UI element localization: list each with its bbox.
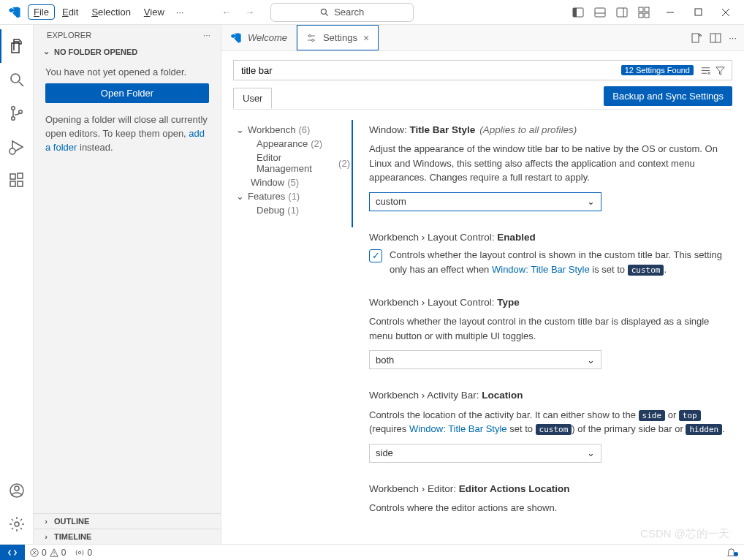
minimize-icon[interactable] bbox=[656, 1, 684, 24]
svg-rect-12 bbox=[645, 13, 649, 18]
menu-file[interactable]: FFileile bbox=[28, 4, 55, 20]
svg-rect-26 bbox=[18, 173, 23, 178]
layout-customize-icon[interactable] bbox=[634, 3, 653, 22]
svg-rect-23 bbox=[10, 174, 15, 179]
svg-rect-5 bbox=[595, 13, 605, 17]
remote-icon[interactable] bbox=[0, 545, 25, 561]
tab-close-icon[interactable]: × bbox=[363, 32, 369, 44]
chevron-down-icon: ⌄ bbox=[587, 446, 595, 461]
backup-sync-button[interactable]: Backup and Sync Settings bbox=[604, 86, 732, 106]
scope-user-tab[interactable]: User bbox=[233, 88, 272, 109]
svg-point-28 bbox=[15, 486, 19, 491]
tab-settings[interactable]: Settings × bbox=[297, 25, 379, 50]
toc-features[interactable]: ⌄Features (1) bbox=[235, 189, 350, 203]
layout-control-type-select[interactable]: both⌄ bbox=[369, 350, 601, 369]
toc-appearance[interactable]: Appearance (2) bbox=[235, 137, 350, 151]
activity-search-icon[interactable] bbox=[0, 63, 34, 97]
no-folder-header[interactable]: ⌄NO FOLDER OPENED bbox=[34, 44, 221, 59]
svg-rect-25 bbox=[18, 181, 23, 186]
toc-editor-mgmt[interactable]: Editor Management (2) bbox=[235, 151, 350, 175]
svg-rect-7 bbox=[617, 8, 627, 17]
svg-point-31 bbox=[308, 34, 311, 37]
svg-rect-10 bbox=[645, 7, 649, 12]
settings-search-input[interactable] bbox=[238, 62, 621, 79]
svg-point-0 bbox=[321, 9, 326, 14]
open-folder-button[interactable]: Open Folder bbox=[45, 83, 209, 103]
status-ports[interactable]: 0 bbox=[70, 548, 96, 558]
title-bar-style-select[interactable]: custom⌄ bbox=[369, 192, 601, 211]
activity-extensions-icon[interactable] bbox=[0, 164, 34, 197]
activity-settings-icon[interactable] bbox=[0, 507, 34, 541]
title-bar: FFileile EditEdit SelectionSelection Vie… bbox=[0, 0, 744, 25]
chevron-down-icon: ⌄ bbox=[587, 194, 595, 209]
setting-layout-control-type: Workbench › Layout Control: Type Control… bbox=[350, 292, 732, 385]
status-notifications-icon[interactable] bbox=[718, 547, 744, 558]
setting-title-bar-style: Window: Title Bar Style(Applies to all p… bbox=[352, 120, 732, 227]
link-title-bar-style[interactable]: Window: Title Bar Style bbox=[492, 264, 590, 275]
maximize-icon[interactable] bbox=[684, 1, 712, 24]
explorer-sidebar: EXPLORER ··· ⌄NO FOLDER OPENED You have … bbox=[34, 25, 221, 544]
link-title-bar-style[interactable]: Window: Title Bar Style bbox=[409, 423, 507, 434]
chevron-down-icon: ⌄ bbox=[587, 353, 595, 368]
toc-debug[interactable]: Debug (1) bbox=[235, 203, 350, 217]
no-folder-text: You have not yet opened a folder. bbox=[45, 67, 209, 77]
timeline-section[interactable]: ›TIMELINE bbox=[34, 529, 221, 544]
toc-workbench[interactable]: ⌄Workbench (6) bbox=[235, 123, 350, 137]
sidebar-title: EXPLORER bbox=[47, 31, 92, 39]
settings-toc: ⌄Workbench (6) Appearance (2) Editor Man… bbox=[221, 113, 350, 544]
layout-control-checkbox[interactable]: ✓ bbox=[369, 249, 382, 262]
layout-primary-icon[interactable] bbox=[569, 3, 588, 22]
open-settings-json-icon[interactable] bbox=[691, 32, 702, 44]
setting-layout-control-enabled: Workbench › Layout Control: Enabled ✓ Co… bbox=[350, 227, 732, 292]
settings-tab-icon bbox=[305, 32, 317, 44]
open-folder-desc: Opening a folder will close all currentl… bbox=[45, 113, 209, 155]
menu-edit[interactable]: EditEdit bbox=[56, 4, 84, 20]
activity-debug-icon[interactable] bbox=[0, 130, 34, 164]
menu-more-icon[interactable]: ··· bbox=[172, 4, 189, 20]
svg-point-19 bbox=[11, 107, 15, 110]
nav-back-icon[interactable]: ← bbox=[218, 4, 235, 21]
svg-line-1 bbox=[326, 13, 328, 15]
editor-tabs: Welcome Settings × ··· bbox=[221, 25, 744, 51]
svg-rect-14 bbox=[695, 9, 702, 15]
svg-point-17 bbox=[11, 74, 20, 83]
svg-rect-34 bbox=[692, 34, 699, 42]
svg-point-48 bbox=[79, 551, 82, 554]
layout-panel-icon[interactable] bbox=[591, 3, 610, 22]
svg-rect-3 bbox=[573, 8, 577, 17]
setting-activity-bar-location: Workbench › Activity Bar: Location Contr… bbox=[350, 385, 732, 478]
status-bar: 0 0 0 bbox=[0, 544, 744, 560]
close-icon[interactable] bbox=[712, 1, 740, 24]
tab-welcome[interactable]: Welcome bbox=[221, 25, 297, 50]
layout-secondary-icon[interactable] bbox=[612, 3, 631, 22]
nav-fwd-icon[interactable]: → bbox=[241, 4, 259, 21]
tab-more-icon[interactable]: ··· bbox=[729, 32, 737, 43]
split-editor-icon[interactable] bbox=[710, 32, 721, 44]
svg-rect-9 bbox=[639, 7, 643, 12]
svg-point-20 bbox=[11, 117, 15, 121]
activity-scm-icon[interactable] bbox=[0, 97, 34, 130]
settings-list[interactable]: Window: Title Bar Style(Applies to all p… bbox=[350, 113, 744, 544]
status-problems[interactable]: 0 0 bbox=[25, 548, 70, 558]
svg-point-29 bbox=[15, 522, 19, 526]
filter-icon[interactable] bbox=[713, 65, 727, 76]
toc-window[interactable]: Window (5) bbox=[235, 175, 350, 189]
search-placeholder: Search bbox=[334, 7, 364, 18]
activity-explorer-icon[interactable] bbox=[0, 29, 34, 63]
settings-search-box[interactable]: 12 Settings Found bbox=[233, 60, 732, 80]
sidebar-more-icon[interactable]: ··· bbox=[203, 31, 210, 39]
results-count-badge: 12 Settings Found bbox=[621, 65, 694, 75]
clear-search-icon[interactable] bbox=[698, 65, 713, 76]
menu-view[interactable]: ViewView bbox=[138, 4, 170, 20]
activity-bar bbox=[0, 25, 34, 544]
svg-point-49 bbox=[734, 552, 738, 556]
activity-bar-location-select[interactable]: side⌄ bbox=[369, 444, 601, 463]
activity-accounts-icon[interactable] bbox=[0, 474, 34, 507]
editor-area: Welcome Settings × ··· 12 Settings Found… bbox=[221, 25, 744, 544]
svg-point-33 bbox=[311, 39, 314, 41]
svg-line-18 bbox=[19, 82, 23, 86]
command-search[interactable]: Search bbox=[270, 3, 414, 22]
outline-section[interactable]: ›OUTLINE bbox=[34, 513, 221, 529]
window-controls bbox=[656, 1, 740, 24]
menu-selection[interactable]: SelectionSelection bbox=[86, 4, 136, 20]
